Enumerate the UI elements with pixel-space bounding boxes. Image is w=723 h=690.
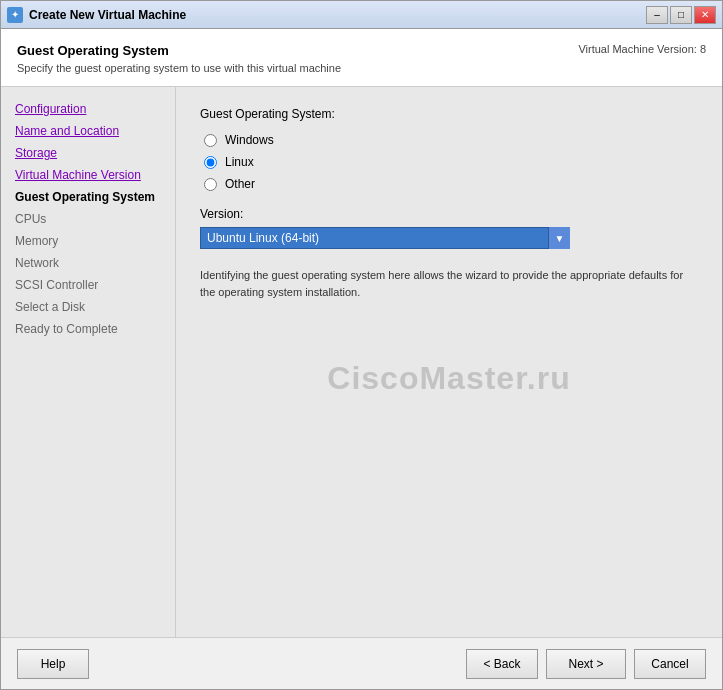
radio-other-label[interactable]: Other <box>225 177 255 191</box>
info-text: Identifying the guest operating system h… <box>200 267 698 300</box>
sidebar-item-configuration[interactable]: Configuration <box>9 99 167 119</box>
version-section: Version: Ubuntu Linux (64-bit)Ubuntu Lin… <box>200 207 698 249</box>
main-content: Configuration Name and Location Storage … <box>1 87 722 637</box>
window-title: Create New Virtual Machine <box>29 8 646 22</box>
titlebar-buttons: – □ ✕ <box>646 6 716 24</box>
window-icon: ✦ <box>7 7 23 23</box>
titlebar: ✦ Create New Virtual Machine – □ ✕ <box>1 1 722 29</box>
footer-right: < Back Next > Cancel <box>466 649 706 679</box>
radio-row-other: Other <box>204 177 698 191</box>
sidebar-item-guest-os: Guest Operating System <box>9 187 167 207</box>
radio-windows[interactable] <box>204 134 217 147</box>
radio-other[interactable] <box>204 178 217 191</box>
footer: Help < Back Next > Cancel <box>1 637 722 689</box>
guest-os-section-label: Guest Operating System: <box>200 107 698 121</box>
radio-linux[interactable] <box>204 156 217 169</box>
sidebar-item-memory: Memory <box>9 231 167 251</box>
vm-version-label: Virtual Machine Version: 8 <box>578 43 706 55</box>
sidebar-item-select-disk: Select a Disk <box>9 297 167 317</box>
radio-row-linux: Linux <box>204 155 698 169</box>
sidebar-item-vm-version[interactable]: Virtual Machine Version <box>9 165 167 185</box>
sidebar-item-scsi: SCSI Controller <box>9 275 167 295</box>
cancel-button[interactable]: Cancel <box>634 649 706 679</box>
version-select-wrapper: Ubuntu Linux (64-bit)Ubuntu Linux (32-bi… <box>200 227 570 249</box>
radio-row-windows: Windows <box>204 133 698 147</box>
sidebar-item-cpus: CPUs <box>9 209 167 229</box>
close-button[interactable]: ✕ <box>694 6 716 24</box>
version-select[interactable]: Ubuntu Linux (64-bit)Ubuntu Linux (32-bi… <box>200 227 570 249</box>
page-title: Guest Operating System <box>17 43 341 58</box>
radio-linux-label[interactable]: Linux <box>225 155 254 169</box>
sidebar-item-ready: Ready to Complete <box>9 319 167 339</box>
os-radio-group: Windows Linux Other <box>204 133 698 191</box>
footer-left: Help <box>17 649 89 679</box>
version-label: Version: <box>200 207 698 221</box>
watermark: CiscoMaster.ru <box>200 360 698 397</box>
sidebar-item-name-location[interactable]: Name and Location <box>9 121 167 141</box>
minimize-button[interactable]: – <box>646 6 668 24</box>
maximize-button[interactable]: □ <box>670 6 692 24</box>
sidebar: Configuration Name and Location Storage … <box>1 87 176 637</box>
page-subtitle: Specify the guest operating system to us… <box>17 62 341 74</box>
radio-windows-label[interactable]: Windows <box>225 133 274 147</box>
main-window: ✦ Create New Virtual Machine – □ ✕ Guest… <box>0 0 723 690</box>
content-area: Guest Operating System: Windows Linux Ot… <box>176 87 722 637</box>
next-button[interactable]: Next > <box>546 649 626 679</box>
header: Guest Operating System Specify the guest… <box>1 29 722 87</box>
back-button[interactable]: < Back <box>466 649 538 679</box>
help-button[interactable]: Help <box>17 649 89 679</box>
sidebar-item-network: Network <box>9 253 167 273</box>
sidebar-item-storage[interactable]: Storage <box>9 143 167 163</box>
